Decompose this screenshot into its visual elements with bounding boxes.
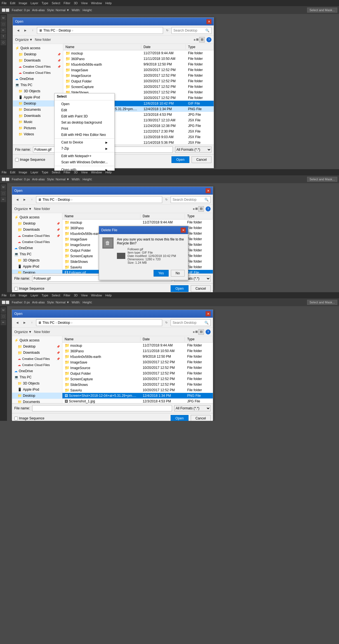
file-row-3-slideshows[interactable]: 📁 SlideShows 10/20/2017 12:52 PM File fo… <box>62 382 213 387</box>
ps-menu-file-3[interactable]: File <box>2 294 7 297</box>
sidebar-cc-3a[interactable]: ☁ Creative Cloud Files 📌 <box>12 356 62 362</box>
tool-4[interactable]: T <box>1 34 6 39</box>
ps-menu-file-2[interactable]: File <box>2 171 7 174</box>
view-help-2[interactable]: ? <box>206 206 211 211</box>
nav-up-2[interactable]: ↑ <box>29 197 35 203</box>
ps-menu-help-3[interactable]: Help <box>105 294 112 297</box>
ctx-select[interactable]: Select <box>55 93 114 100</box>
file-row-imagesource[interactable]: 📁 ImageSource 10/20/2017 12:52 PM File f… <box>63 73 214 78</box>
nav-back-2[interactable]: ◀ <box>14 197 20 203</box>
ps-menu-type-2[interactable]: Type <box>42 171 48 174</box>
sidebar-downloads-3a[interactable]: 📁 Downloads 📌 <box>12 350 62 356</box>
file-row-3-360pano[interactable]: 📁 360Pano 11/11/2018 10:50 AM File folde… <box>62 348 213 354</box>
search-input-3[interactable] <box>173 321 203 325</box>
sidebar-desktop-sel-2[interactable]: 📁 Desktop <box>12 270 62 273</box>
ps-menu-3d[interactable]: 3D <box>74 1 78 5</box>
ctx-edit-hex[interactable]: Edit with HHD Hex Editor Neo <box>55 132 114 138</box>
search-box-3[interactable]: 🔍 <box>171 319 211 326</box>
organize-btn-1[interactable]: Organize ▼ <box>15 38 33 42</box>
sidebar-desktop-3a[interactable]: 📁 Desktop 📌 <box>12 343 62 350</box>
ps-menu-type[interactable]: Type <box>42 1 48 5</box>
tool-3[interactable]: ✏ <box>1 27 6 33</box>
ctx-print[interactable]: Print <box>55 126 114 132</box>
ps-menu-type-3[interactable]: Type <box>42 294 48 297</box>
nav-forward-1[interactable]: ▶ <box>22 27 29 34</box>
col-type-header-2[interactable]: Type <box>185 214 213 219</box>
open-btn-1[interactable]: Open <box>171 156 189 163</box>
search-input-2[interactable] <box>173 198 203 202</box>
file-row-screencapture[interactable]: 📁 ScreenCapture 10/20/2017 12:52 PM File… <box>63 84 214 89</box>
tool-2-2[interactable]: ⬚ <box>1 190 6 196</box>
filetype-select-3[interactable]: All Formats (*.*) <box>174 405 211 411</box>
ps-menu-select-3[interactable]: Select <box>52 294 60 297</box>
ctx-7zip[interactable]: 7-Zip ▶ <box>55 145 114 152</box>
breadcrumb-2[interactable]: 🖥 This PC › Desktop › <box>36 196 162 203</box>
ctx-scan-defender[interactable]: Scan with Windows Defender... <box>55 159 114 165</box>
ps-menu-filter-3[interactable]: Filter <box>63 294 70 297</box>
breadcrumb-desktop-3[interactable]: Desktop <box>58 321 70 325</box>
breadcrumb-thispc-2[interactable]: This PC <box>43 198 55 202</box>
ctx-set-desktop-bg[interactable]: Set as desktop background <box>55 119 114 126</box>
sidebar-onedrive-2[interactable]: ☁ OneDrive <box>12 245 62 251</box>
new-folder-btn-2[interactable]: New folder <box>34 207 50 211</box>
ps-menu-image-2[interactable]: Image <box>19 171 27 174</box>
sidebar-cc-files-1[interactable]: ☁ Creative Cloud Files 📌 <box>13 63 63 70</box>
sidebar-thispc-1[interactable]: 💻 This PC <box>13 82 63 88</box>
ps-menu-image[interactable]: Image <box>19 1 27 5</box>
file-row-outputfolder[interactable]: 📁 Output Folder 10/20/2017 12:52 PM File… <box>63 78 214 84</box>
select-mask-btn-3[interactable]: Select and Mask... <box>307 300 338 305</box>
select-mask-btn-2[interactable]: Select and Mask... <box>307 177 338 182</box>
sidebar-cc-files-2[interactable]: ☁ Creative Cloud Files <box>13 70 63 76</box>
file-row-360pano[interactable]: 📁 360Pano 11/11/2018 10:50 AM File folde… <box>63 56 214 62</box>
close-button-3[interactable]: ✕ <box>206 311 211 316</box>
image-sequence-cb-3[interactable] <box>14 417 18 420</box>
delete-close-btn[interactable]: ✕ <box>181 228 186 233</box>
organize-btn-2[interactable]: Organize ▼ <box>14 207 32 211</box>
cancel-btn-3[interactable]: Cancel <box>191 415 211 421</box>
nav-forward-2[interactable]: ▶ <box>22 197 28 203</box>
ps-menu-edit-2[interactable]: Edit <box>10 171 15 174</box>
col-type-header-3[interactable]: Type <box>185 337 213 342</box>
search-input-1[interactable] <box>173 29 204 32</box>
sidebar-ipod-2[interactable]: 📱 Apple iPod <box>12 263 62 270</box>
sidebar-onedrive-1[interactable]: ☁ OneDrive <box>13 76 63 82</box>
view-btn-list[interactable]: ≡ <box>194 38 196 41</box>
nav-refresh-3[interactable]: ↻ <box>163 320 170 326</box>
delete-yes-btn[interactable]: Yes <box>154 270 169 277</box>
view-btn-icons[interactable]: ⊟ <box>199 37 205 43</box>
view-btn-list-2[interactable]: ≡ <box>193 207 195 211</box>
organize-btn-3[interactable]: Organize ▼ <box>14 330 32 334</box>
ps-menu-filter[interactable]: Filter <box>63 1 70 5</box>
ps-menu-edit[interactable]: Edit <box>10 1 15 5</box>
cancel-btn-1[interactable]: Cancel <box>192 156 211 163</box>
ps-menu-view-3[interactable]: View <box>81 294 88 297</box>
ps-menu-select[interactable]: Select <box>52 1 60 5</box>
breadcrumb-thispc-1[interactable]: This PC <box>43 29 55 32</box>
filetype-select-1[interactable]: All Formats (*.*) <box>175 147 211 153</box>
col-name-header[interactable]: Name <box>63 44 141 49</box>
ps-menu-help-2[interactable]: Help <box>105 171 112 174</box>
col-name-header-2[interactable]: Name <box>62 214 140 219</box>
ps-menu-window-3[interactable]: Window <box>91 294 102 297</box>
image-sequence-cb-1[interactable] <box>15 158 19 162</box>
file-row-3-screenshot-png[interactable]: 🖼 Screen+Shot+2018-12-04+at+5.31.29+pm.p… <box>62 393 213 398</box>
ps-menu-layer-3[interactable]: Layer <box>30 294 38 297</box>
breadcrumb-1[interactable]: 🖥 This PC › Desktop › <box>37 27 163 34</box>
file-row-3-mockup[interactable]: 📁 mockup 11/27/2018 9:44 AM File folder <box>62 343 213 348</box>
image-sequence-cb-2[interactable] <box>14 287 18 291</box>
ps-menu-window-2[interactable]: Window <box>91 171 102 174</box>
file-row-3-screencapture[interactable]: 📁 ScreenCapture 10/20/2017 12:52 PM File… <box>62 376 213 382</box>
view-help[interactable]: ? <box>206 37 211 42</box>
tool-5[interactable]: ⬡ <box>1 40 6 45</box>
breadcrumb-thispc-3[interactable]: This PC <box>43 321 55 325</box>
nav-back-1[interactable]: ◀ <box>15 27 21 34</box>
sidebar-thispc-2[interactable]: 💻 This PC <box>12 251 62 257</box>
sidebar-desktop-1[interactable]: 📁 Desktop 📌 <box>13 51 63 57</box>
col-date-header[interactable]: Date <box>141 44 186 49</box>
sidebar-3dobj-3[interactable]: 📁 3D Objects <box>12 380 62 386</box>
file-row-3-earth[interactable]: 📁 h5uo4n0v569s-earth 9/9/2018 12:50 PM F… <box>62 354 213 359</box>
nav-back-3[interactable]: ◀ <box>14 320 20 326</box>
view-btn-detail-2[interactable]: ⊞ <box>195 207 198 211</box>
tool-2-1[interactable]: M <box>1 184 6 190</box>
ctx-cast[interactable]: Cast to Device ▶ <box>55 139 114 145</box>
